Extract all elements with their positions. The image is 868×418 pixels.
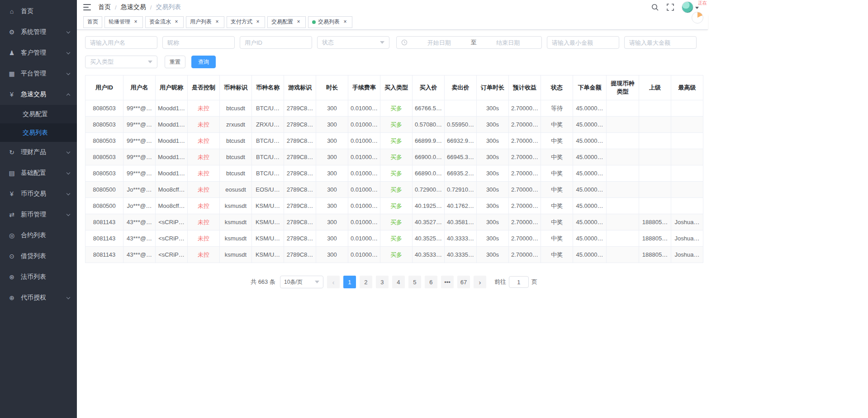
cell: 0.01000… <box>348 149 380 165</box>
page-button-5[interactable]: 5 <box>408 276 421 288</box>
cell: 43***@… <box>123 214 156 230</box>
nickname-input[interactable] <box>162 36 235 49</box>
tab-item-1[interactable]: 轮播管理× <box>104 16 143 28</box>
sidebar-item-2[interactable]: ♟客户管理 <box>0 42 77 63</box>
cell: 300s <box>477 214 509 230</box>
username-input[interactable] <box>85 36 157 49</box>
filter-row-1: 状态 至 <box>85 36 702 49</box>
close-tab-icon[interactable]: × <box>255 19 261 25</box>
column-header-2: 用户昵称 <box>156 75 188 100</box>
sidebar-item-5[interactable]: ↻理财产品 <box>0 142 77 163</box>
sidebar-item-7[interactable]: ¥币币交易 <box>0 183 77 204</box>
cell: Moo8cff… <box>156 198 188 214</box>
cell: 8080503 <box>85 100 123 117</box>
search-icon[interactable] <box>651 3 659 11</box>
cell <box>671 182 703 198</box>
cell: 300 <box>316 182 348 198</box>
tab-item-2[interactable]: 资金流水× <box>145 16 184 28</box>
cell: 等待 <box>541 100 573 117</box>
navbar-actions <box>651 1 702 13</box>
hamburger-icon[interactable] <box>83 4 91 10</box>
page-size-select[interactable]: 10条/页 <box>280 276 323 288</box>
sidebar-item-9[interactable]: ◎合约列表 <box>0 225 77 246</box>
user-menu[interactable] <box>682 1 699 13</box>
cell <box>607 198 639 214</box>
breadcrumb-item-0[interactable]: 首页 <box>98 3 111 11</box>
chevron-down-icon <box>66 212 70 216</box>
sidebar-subitem-4-1[interactable]: 交易列表 <box>0 123 77 142</box>
sidebar-item-1[interactable]: ⚙系统管理 <box>0 22 77 42</box>
close-tab-icon[interactable]: × <box>214 19 220 25</box>
jump-prefix: 前往 <box>494 278 506 286</box>
cell: 2.70000… <box>509 100 541 117</box>
pagination: 共 663 条10条/页‹123456•••67›前往页 <box>85 276 703 288</box>
query-button[interactable]: 查询 <box>191 56 216 68</box>
avatar[interactable] <box>682 1 693 13</box>
chevron-down-icon <box>66 71 70 75</box>
sidebar-item-11[interactable]: ⊛法币列表 <box>0 267 77 287</box>
column-header-11: 卖出价 <box>445 75 477 100</box>
fullscreen-icon[interactable] <box>666 3 674 11</box>
column-header-12: 订单时长 <box>477 75 509 100</box>
cell: 2789C8… <box>284 214 316 230</box>
chevron-down-icon <box>66 150 70 153</box>
cell: 未控 <box>188 247 220 263</box>
cell: 8080503 <box>85 165 123 182</box>
sidebar-subitem-4-0[interactable]: 交易配置 <box>0 105 77 123</box>
cell: 0.55950… <box>445 117 477 133</box>
page-button-6[interactable]: 6 <box>425 276 437 288</box>
column-header-3: 是否控制 <box>188 75 220 100</box>
breadcrumb-separator: / <box>115 4 117 11</box>
page-button-3[interactable]: 3 <box>376 276 389 288</box>
sidebar-item-3[interactable]: ▦平台管理 <box>0 63 77 84</box>
page-button-67[interactable]: 67 <box>457 276 470 288</box>
prev-page-button[interactable]: ‹ <box>327 276 340 288</box>
cell: Joshua… <box>671 230 703 247</box>
page-button-2[interactable]: 2 <box>360 276 372 288</box>
max-amount-input[interactable] <box>624 36 697 49</box>
close-tab-icon[interactable]: × <box>295 19 302 25</box>
min-amount-input[interactable] <box>547 36 619 49</box>
userid-input[interactable] <box>240 36 312 49</box>
cell: 99***@… <box>123 133 156 149</box>
sidebar-item-8[interactable]: ⇄新币管理 <box>0 204 77 225</box>
next-page-button[interactable]: › <box>474 276 486 288</box>
breadcrumb-separator: / <box>150 4 152 11</box>
reset-button[interactable]: 重置 <box>165 56 185 68</box>
tab-item-3[interactable]: 用户列表× <box>186 16 224 28</box>
config-icon: ▤ <box>8 169 15 177</box>
cell: 0.57080… <box>413 117 445 133</box>
end-date-input[interactable] <box>479 39 537 46</box>
sidebar-item-6[interactable]: ▤基础配置 <box>0 163 77 183</box>
sidebar-item-10[interactable]: ⊙借贷列表 <box>0 246 77 267</box>
page-button-4[interactable]: 4 <box>392 276 405 288</box>
cell: 2789C8… <box>284 149 316 165</box>
cell <box>607 182 639 198</box>
cell: 43***@… <box>123 230 156 247</box>
sidebar-item-12[interactable]: ⊕代币授权 <box>0 287 77 308</box>
cell: 300s <box>477 133 509 149</box>
page-button-1[interactable]: 1 <box>343 276 356 288</box>
jump-page-input[interactable] <box>509 276 529 288</box>
cell: 2789C8… <box>284 182 316 198</box>
breadcrumb-item-1[interactable]: 急速交易 <box>121 3 146 11</box>
sidebar-item-0[interactable]: ⌂首页 <box>0 1 77 22</box>
tab-item-0[interactable]: 首页 <box>83 16 102 28</box>
cell: ZRX/U… <box>252 117 284 133</box>
close-tab-icon[interactable]: × <box>133 19 139 25</box>
status-select[interactable]: 状态 <box>317 36 389 49</box>
close-tab-icon[interactable]: × <box>173 19 180 25</box>
buy-type-select[interactable]: 买入类型 <box>85 56 157 68</box>
cell: 买多 <box>380 133 413 149</box>
tab-item-5[interactable]: 交易配置× <box>267 16 306 28</box>
close-tab-icon[interactable]: × <box>342 19 348 25</box>
date-range-picker[interactable]: 至 <box>396 36 542 49</box>
disc-icon: ⊛ <box>8 273 15 281</box>
tab-item-4[interactable]: 支付方式× <box>227 16 265 28</box>
start-date-input[interactable] <box>410 39 468 46</box>
tab-item-6[interactable]: 交易列表× <box>308 16 352 28</box>
secondary-avatar[interactable] <box>692 12 703 23</box>
sidebar-item-4[interactable]: ¥急速交易 <box>0 84 77 105</box>
more-pages-button[interactable]: ••• <box>441 276 454 288</box>
cell: 99***@… <box>123 100 156 117</box>
